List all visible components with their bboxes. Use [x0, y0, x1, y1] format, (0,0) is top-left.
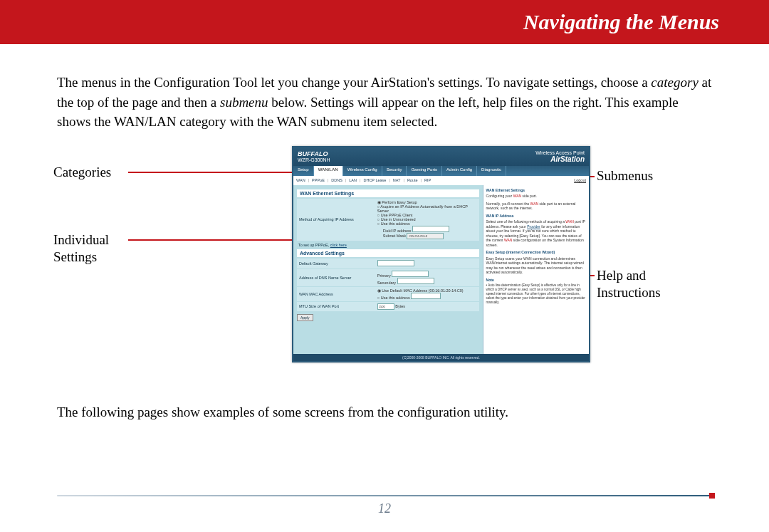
mtu-input[interactable]: 1500 — [377, 303, 394, 310]
form-title: WAN Ethernet Settings — [297, 189, 479, 197]
row-gateway-label: Default Gateway — [299, 261, 377, 266]
tab-setup[interactable]: Setup — [293, 166, 314, 176]
sub-lan[interactable]: LAN — [349, 178, 357, 182]
label-individual-settings: Individual Settings — [53, 231, 132, 266]
sub-route[interactable]: Route — [407, 178, 418, 182]
shot-brand: BUFFALO — [298, 150, 330, 157]
subnet-label: Subnet Mask — [383, 234, 406, 238]
category-tabbar: Setup WAN/LAN Wireless Config Security G… — [293, 166, 589, 176]
logout-link[interactable]: Logout — [574, 178, 586, 182]
tab-wireless[interactable]: Wireless Config — [343, 166, 382, 176]
shot-product-name: AirStation — [550, 155, 585, 163]
intro-text-1: The menus in the Configuration Tool let … — [57, 75, 651, 90]
content-area: The menus in the Configuration Tool let … — [0, 44, 769, 422]
page-title: Navigating the Menus — [523, 10, 719, 34]
row-dns-label: Address of DNS Name Server — [299, 276, 377, 280]
opt-dhcp[interactable]: Acquire an IP Address Automatically from… — [377, 204, 468, 213]
dns-primary-input[interactable] — [392, 271, 429, 277]
tab-admin[interactable]: Admin Config — [442, 166, 477, 176]
intro-italic-category: category — [651, 75, 698, 90]
submenu-bar: WAN| PPPoE| DDNS| LAN| DHCP Lease| NAT| … — [293, 176, 589, 185]
sub-ddns[interactable]: DDNS — [331, 178, 342, 182]
outro-paragraph: The following pages show examples of som… — [57, 402, 712, 422]
row-mtu-label: MTU Size of WAN Port — [299, 304, 377, 308]
help-heading-2: WAN IP Address — [486, 214, 586, 219]
row-mac-label: WAN MAC Address — [299, 292, 377, 296]
label-categories: Categories — [53, 164, 111, 182]
help-note-text: Auto line determination (Easy Setup) is … — [486, 283, 585, 303]
config-screenshot: BUFFALO WZR-G300NH Wireless Access Point… — [292, 146, 590, 363]
label-help-instructions: Help and Instructions — [597, 267, 696, 302]
tab-gaming[interactable]: Gaming Ports — [407, 166, 442, 176]
sub-rip[interactable]: RIP — [424, 178, 431, 182]
tab-security[interactable]: Security — [382, 166, 407, 176]
help-panel: WAN Ethernet Settings Configuring your W… — [483, 185, 589, 361]
tab-wanlan[interactable]: WAN/LAN — [314, 166, 343, 176]
field-ip-input[interactable] — [412, 226, 449, 232]
advanced-title: Advanced Settings — [297, 249, 479, 257]
gateway-input[interactable] — [377, 260, 414, 266]
dns-secondary-input[interactable] — [397, 278, 434, 284]
shot-product-type: Wireless Access Point — [535, 150, 585, 155]
shot-titlebar: BUFFALO WZR-G300NH Wireless Access Point… — [293, 147, 589, 166]
help-heading-1: WAN Ethernet Settings — [486, 188, 586, 193]
apply-button[interactable]: Apply — [297, 314, 313, 321]
opt-mac-custom[interactable]: Use this address — [381, 296, 410, 300]
shot-model: WZR-G300NH — [298, 157, 330, 162]
pppoe-text: To set up PPPoE, — [298, 243, 329, 247]
page-number: 12 — [0, 501, 769, 516]
sub-nat[interactable]: NAT — [393, 178, 401, 182]
mac-input[interactable] — [411, 293, 441, 299]
footer-rule — [57, 495, 712, 496]
label-submenus: Submenus — [597, 167, 653, 185]
help-easy-setup-text: Easy Setup scans your WAN connection and… — [486, 256, 586, 275]
screenshot-callout-area: Categories Submenus Individual Settings … — [57, 146, 712, 381]
sub-dhcp[interactable]: DHCP Lease — [363, 178, 386, 182]
settings-panel: WAN Ethernet Settings Method of Acquirin… — [293, 185, 483, 361]
help-note-heading: Note — [486, 278, 586, 283]
leader-individual-settings — [128, 239, 292, 241]
shot-footer: (C)2000-2008 BUFFALO INC. All rights res… — [293, 354, 589, 361]
intro-paragraph: The menus in the Configuration Tool let … — [57, 73, 712, 132]
help-heading-3: Easy Setup (Internet Connection Wizard) — [486, 250, 586, 255]
tab-diagnostic[interactable]: Diagnostic — [477, 166, 506, 176]
subnet-input[interactable]: 255.255.255.0 — [407, 233, 444, 239]
opt-manual[interactable]: Use this address — [381, 221, 410, 226]
sub-pppoe[interactable]: PPPoE — [312, 178, 325, 182]
sub-wan[interactable]: WAN — [296, 178, 305, 182]
footer-accent — [709, 493, 715, 499]
intro-italic-submenu: submenu — [220, 95, 268, 110]
leader-categories — [128, 172, 299, 173]
help-provider-link[interactable]: Provider — [527, 224, 540, 229]
pppoe-link[interactable]: click here — [330, 243, 347, 247]
page-header: Navigating the Menus — [0, 0, 769, 44]
row-method-label: Method of Acquiring IP Address — [299, 217, 377, 221]
